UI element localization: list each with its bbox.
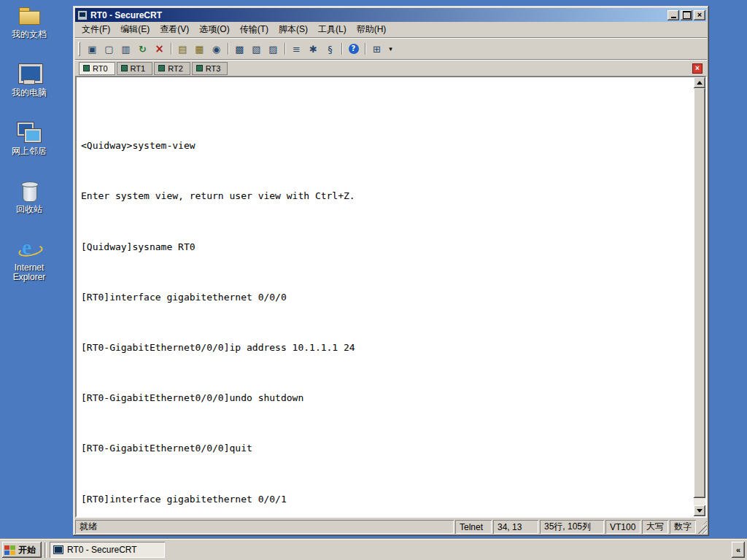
desktop-icon-list: 我的文档 我的电脑 网上邻居 回收站 Internet Explorer: [3, 4, 55, 282]
session-log-icon: ▨: [268, 44, 277, 54]
resize-grip[interactable]: [697, 520, 707, 534]
tab-close-icon: ×: [695, 65, 700, 72]
chevron-left-icon: «: [736, 545, 740, 554]
menu-transfer[interactable]: 传输(T): [235, 22, 274, 37]
terminal-line: [RT0]interface gigabitethernet 0/0/0: [81, 291, 691, 303]
run-script-icon: §: [328, 44, 333, 54]
desktop-icon-label: 我的电脑: [3, 88, 55, 98]
close-button[interactable]: ×: [694, 10, 705, 20]
tab-label: RT3: [206, 64, 221, 73]
menu-help[interactable]: 帮助(H): [352, 22, 392, 37]
tray-chevron-button[interactable]: «: [732, 542, 745, 558]
toolbar-paste-button[interactable]: ▦: [191, 41, 208, 57]
vertical-scrollbar: [694, 77, 705, 516]
connect-in-tab-icon: ▥: [121, 44, 130, 54]
internet-explorer-icon: [17, 237, 42, 262]
tab-close-button[interactable]: ×: [692, 63, 703, 74]
toolbar-session-options-button[interactable]: ≡: [288, 41, 305, 57]
menu-edit[interactable]: 编辑(E): [115, 22, 155, 37]
reconnect-icon: ↻: [139, 44, 147, 54]
desktop-icon-label: Internet Explorer: [3, 263, 55, 282]
terminal-line: [Quidway]sysname RT0: [81, 241, 691, 253]
status-screen-size: 35行, 105列: [540, 520, 604, 534]
desktop-icon-internet-explorer[interactable]: Internet Explorer: [3, 237, 55, 282]
desktop-icon-label: 我的文档: [3, 30, 55, 39]
task-button-label: RT0 - SecureCRT: [67, 545, 137, 555]
menu-options[interactable]: 选项(O): [194, 22, 234, 37]
window-title: RT0 - SecureCRT: [90, 10, 665, 20]
desktop-icon-label: 网上邻居: [3, 147, 55, 156]
toolbar-session-log-button[interactable]: ▨: [265, 41, 282, 57]
menu-view[interactable]: 查看(V): [155, 22, 194, 37]
global-options-icon: ✱: [309, 44, 317, 54]
help-icon: ?: [349, 44, 359, 54]
toolbar-disconnect-button[interactable]: ×: [151, 41, 168, 57]
scrollbar-thumb[interactable]: [694, 88, 705, 498]
title-bar[interactable]: RT0 - SecureCRT ×: [75, 8, 707, 22]
desktop-icon-my-computer[interactable]: 我的电脑: [3, 62, 55, 98]
toolbar-quick-connect-button[interactable]: ▢: [101, 41, 117, 57]
minimize-button[interactable]: [667, 10, 679, 20]
quick-connect-icon: ▢: [104, 44, 113, 54]
toolbar: ▣ ▢ ▥ ↻ × ▤: [75, 38, 707, 60]
tab-rt3[interactable]: RT3: [192, 62, 228, 75]
recycle-bin-icon: [17, 179, 42, 203]
close-icon: ×: [697, 10, 702, 19]
toolbar-print-preview-button[interactable]: ▧: [248, 41, 265, 57]
menu-script[interactable]: 脚本(S): [274, 22, 313, 37]
toolbar-run-script-button[interactable]: §: [322, 41, 338, 57]
desktop-icon-my-documents[interactable]: 我的文档: [3, 4, 55, 39]
terminal-line: Enter system view, return user view with…: [81, 190, 691, 202]
toolbar-print-button[interactable]: ▩: [231, 41, 248, 57]
tab-label: RT2: [168, 64, 183, 73]
toolbar-grip[interactable]: [78, 42, 80, 56]
window-controls: ×: [667, 10, 705, 20]
network-places-icon: [17, 120, 42, 145]
start-label: 开始: [18, 544, 36, 556]
menu-tools[interactable]: 工具(L): [313, 22, 352, 37]
task-button-securecrt[interactable]: RT0 - SecureCRT: [50, 542, 165, 558]
tab-rt2[interactable]: RT2: [154, 62, 190, 75]
start-button[interactable]: 开始: [2, 542, 42, 558]
scroll-up-icon[interactable]: [694, 77, 705, 88]
toolbar-copy-button[interactable]: ▤: [174, 41, 191, 57]
tab-label: RT0: [93, 64, 108, 73]
session-status-icon: [158, 65, 165, 71]
terminal-output[interactable]: <Quidway>system-view Enter system view, …: [77, 77, 694, 516]
status-ready: 就绪: [75, 520, 454, 534]
toolbar-help-button[interactable]: ?: [345, 41, 362, 57]
toolbar-connect-in-tab-button[interactable]: ▥: [117, 41, 134, 57]
toolbar-reconnect-button[interactable]: ↻: [134, 41, 151, 57]
toolbar-session-manager-button[interactable]: ⊞: [368, 41, 385, 57]
toolbar-global-options-button[interactable]: ✱: [305, 41, 322, 57]
maximize-button[interactable]: [681, 10, 692, 20]
print-icon: ▩: [235, 44, 244, 54]
paste-icon: ▦: [195, 44, 204, 54]
terminal-line: [RT0-GigabitEthernet0/0/0]undo shutdown: [81, 392, 691, 404]
status-caps-lock: 大写: [642, 520, 668, 534]
print-preview-icon: ▧: [252, 44, 260, 54]
securecrt-icon: [53, 545, 63, 554]
session-tab-bar: RT0 RT1 RT2 RT3 ×: [75, 60, 707, 76]
taskbar: 开始 RT0 - SecureCRT «: [0, 539, 747, 560]
session-status-icon: [121, 65, 128, 71]
toolbar-connect-button[interactable]: ▣: [84, 41, 101, 57]
desktop-icon-recycle-bin[interactable]: 回收站: [3, 179, 55, 214]
app-icon: [77, 10, 88, 20]
my-documents-icon: [17, 4, 42, 28]
tab-rt1[interactable]: RT1: [117, 62, 153, 75]
terminal-line: [RT0]interface gigabitethernet 0/0/1: [81, 493, 691, 505]
scroll-down-icon[interactable]: [694, 505, 705, 516]
status-protocol: Telnet: [455, 520, 492, 534]
terminal-line: [RT0-GigabitEthernet0/0/0]quit: [81, 442, 691, 454]
menu-file[interactable]: 文件(F): [77, 22, 115, 37]
tab-rt0[interactable]: RT0: [79, 62, 115, 75]
toolbar-find-button[interactable]: ◉: [208, 41, 225, 57]
toolbar-overflow-button[interactable]: ▾: [385, 41, 396, 57]
session-options-icon: ≡: [293, 44, 301, 54]
desktop-icon-network-places[interactable]: 网上邻居: [3, 120, 55, 156]
terminal-area: <Quidway>system-view Enter system view, …: [75, 76, 707, 518]
windows-logo-icon: [4, 545, 15, 555]
session-status-icon: [196, 65, 203, 71]
session-manager-icon: ⊞: [373, 44, 381, 54]
